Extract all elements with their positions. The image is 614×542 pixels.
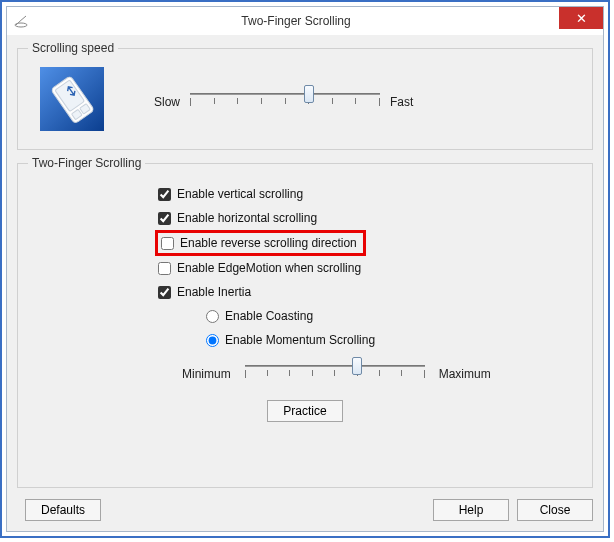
speed-slider[interactable] [190, 90, 380, 114]
help-button[interactable]: Help [433, 499, 509, 521]
inertia-max-label: Maximum [439, 367, 491, 381]
group-two-finger-scrolling-legend: Two-Finger Scrolling [28, 156, 145, 170]
speed-fast-label: Fast [390, 95, 413, 109]
window-title: Two-Finger Scrolling [33, 14, 559, 28]
checkbox-inertia[interactable] [158, 286, 171, 299]
screenshot-frame: Two-Finger Scrolling ✕ Scrolling speed [0, 0, 610, 538]
dialog-footer: Defaults Help Close [17, 499, 593, 521]
speed-slider-thumb[interactable] [304, 85, 314, 103]
checkbox-reverse-scrolling[interactable] [161, 237, 174, 250]
inertia-slider-thumb[interactable] [352, 357, 362, 375]
option-horizontal-scrolling[interactable]: Enable horizontal scrolling [158, 206, 582, 230]
speed-slider-ticks [190, 98, 380, 106]
group-scrolling-speed-legend: Scrolling speed [28, 41, 118, 55]
group-two-finger-scrolling: Two-Finger Scrolling Enable vertical scr… [17, 156, 593, 488]
inertia-slider-ticks [245, 370, 425, 378]
radio-momentum[interactable] [206, 334, 219, 347]
option-vertical-scrolling[interactable]: Enable vertical scrolling [158, 182, 582, 206]
touchpad-icon [40, 67, 104, 131]
label-reverse-scrolling: Enable reverse scrolling direction [180, 236, 357, 250]
option-inertia[interactable]: Enable Inertia [158, 280, 582, 304]
group-scrolling-speed: Scrolling speed [17, 41, 593, 150]
close-icon: ✕ [576, 12, 587, 25]
inertia-slider[interactable] [245, 362, 425, 386]
label-momentum: Enable Momentum Scrolling [225, 333, 375, 347]
option-momentum[interactable]: Enable Momentum Scrolling [206, 328, 582, 352]
option-edgemotion[interactable]: Enable EdgeMotion when scrolling [158, 256, 582, 280]
label-inertia: Enable Inertia [177, 285, 251, 299]
practice-button[interactable]: Practice [267, 400, 343, 422]
label-coasting: Enable Coasting [225, 309, 313, 323]
label-vertical-scrolling: Enable vertical scrolling [177, 187, 303, 201]
titlebar: Two-Finger Scrolling ✕ [7, 7, 603, 36]
close-button[interactable]: ✕ [559, 7, 603, 29]
dialog-window: Two-Finger Scrolling ✕ Scrolling speed [6, 6, 604, 532]
speed-slow-label: Slow [154, 95, 180, 109]
close-dialog-button[interactable]: Close [517, 499, 593, 521]
app-icon [11, 10, 33, 32]
label-horizontal-scrolling: Enable horizontal scrolling [177, 211, 317, 225]
option-coasting[interactable]: Enable Coasting [206, 304, 582, 328]
checkbox-vertical-scrolling[interactable] [158, 188, 171, 201]
defaults-button[interactable]: Defaults [25, 499, 101, 521]
checkbox-edgemotion[interactable] [158, 262, 171, 275]
radio-coasting[interactable] [206, 310, 219, 323]
option-reverse-scrolling-highlight: Enable reverse scrolling direction [155, 230, 366, 256]
inertia-min-label: Minimum [182, 367, 231, 381]
label-edgemotion: Enable EdgeMotion when scrolling [177, 261, 361, 275]
client-area: Scrolling speed [7, 35, 603, 531]
checkbox-horizontal-scrolling[interactable] [158, 212, 171, 225]
